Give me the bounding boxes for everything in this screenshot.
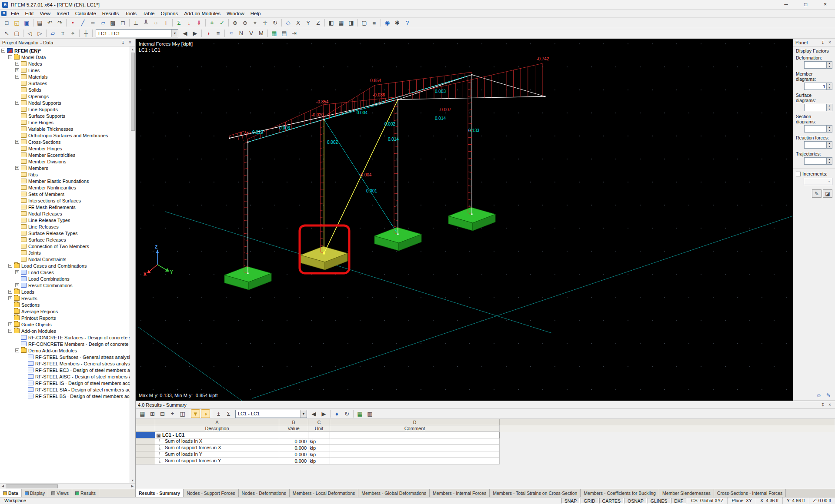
show-results-icon[interactable]: ◑ xyxy=(204,29,213,38)
expand-icon[interactable]: + xyxy=(15,101,19,105)
surface-load-icon[interactable]: ⇓ xyxy=(194,19,204,27)
factor-input-member-diagrams[interactable] xyxy=(804,83,827,90)
tree-item-nodal-constraints[interactable]: Nodal Constraints xyxy=(0,256,130,262)
expand-icon[interactable]: + xyxy=(8,290,12,294)
expand-icon[interactable]: + xyxy=(15,166,19,170)
tree-item-connection-of-two-members[interactable]: Connection of Two Members xyxy=(0,243,130,249)
tree-item-line-releases[interactable]: Line Releases xyxy=(0,223,130,230)
delete-row-icon[interactable]: ⊟ xyxy=(158,409,167,418)
collapse-icon[interactable]: − xyxy=(1,49,5,53)
tree-item-orthotropic-surfaces-and-membranes[interactable]: Orthotropic Surfaces and Membranes xyxy=(0,132,130,139)
calculate-icon[interactable]: ⌗ xyxy=(207,19,217,27)
tree-item-member-divisions[interactable]: Member Divisions xyxy=(0,158,130,165)
tree-item-solids[interactable]: Solids xyxy=(0,86,130,93)
new-load-case-icon[interactable]: Σ xyxy=(174,19,184,27)
tree-item-members[interactable]: +Members xyxy=(0,165,130,171)
spin-up-icon[interactable]: ▲ xyxy=(827,126,832,129)
tree-item-surfaces[interactable]: Surfaces xyxy=(0,80,130,86)
factor-input-deformation[interactable] xyxy=(804,61,827,69)
results-tab-members-local-deformations[interactable]: Members - Local Deformations xyxy=(290,489,359,497)
expand-icon[interactable]: + xyxy=(15,68,19,72)
expand-icon[interactable]: + xyxy=(15,140,19,144)
results-tab-results-summary[interactable]: Results - Summary xyxy=(136,489,184,497)
close-icon[interactable]: × xyxy=(127,40,133,45)
view-in-z-icon[interactable]: Z xyxy=(314,19,323,27)
render-wireframe-icon[interactable]: ▢ xyxy=(360,19,369,27)
tree-item-loads[interactable]: +Loads xyxy=(0,288,130,295)
render-solid-icon[interactable]: ■ xyxy=(370,19,379,27)
result-table-icon[interactable]: ▦ xyxy=(270,29,279,38)
tree-item-materials[interactable]: +Materials xyxy=(0,73,130,80)
results-table-area[interactable]: ABCDDescriptionValueUnitComment⊟LC1 - LC… xyxy=(136,419,835,489)
show-result-values-icon[interactable]: ≡ xyxy=(214,29,223,38)
tree-item-ribs[interactable]: Ribs xyxy=(0,171,130,178)
next-table-icon[interactable]: ▶ xyxy=(319,409,328,418)
select-arrow-icon[interactable]: ↖ xyxy=(2,29,11,38)
shear-force-icon[interactable]: V xyxy=(247,29,256,38)
menu-insert[interactable]: Insert xyxy=(53,10,72,17)
spin-up-icon[interactable]: ▲ xyxy=(827,158,832,161)
reset-display-factors-button[interactable]: ◪ xyxy=(823,189,832,198)
menu-add-on-modules[interactable]: Add-on Modules xyxy=(181,10,224,17)
new-model-icon[interactable]: □ xyxy=(2,19,11,27)
spin-down-icon[interactable]: ▼ xyxy=(827,108,832,111)
zoom-window-icon[interactable]: ⌖ xyxy=(250,19,260,27)
export-csv-icon[interactable]: ▥ xyxy=(365,409,374,418)
collapse-icon[interactable]: − xyxy=(8,329,12,333)
status-toggle-glines[interactable]: GLINES xyxy=(648,498,671,504)
tree-item-openings[interactable]: Openings xyxy=(0,93,130,99)
tree-item-member-hinges[interactable]: Member Hinges xyxy=(0,145,130,152)
edit-comment-icon[interactable]: ✎ xyxy=(825,392,832,399)
tree-item-surface-release-types[interactable]: Surface Release Types xyxy=(0,230,130,236)
results-tab-nodes-support-forces[interactable]: Nodes - Support Forces xyxy=(184,489,238,497)
result-row[interactable]: Sum of loads in X0.000kip xyxy=(136,438,835,445)
redo-icon[interactable]: ↷ xyxy=(55,19,64,27)
tree-item-surface-supports[interactable]: Surface Supports xyxy=(0,113,130,119)
axial-force-icon[interactable]: N xyxy=(237,29,246,38)
result-filter-icon[interactable]: ◑ xyxy=(201,409,210,418)
increments-select[interactable]: ▼ xyxy=(804,178,832,185)
undo-icon[interactable]: ↶ xyxy=(45,19,54,27)
factor-input-section-diagrams[interactable] xyxy=(804,125,827,133)
close-button[interactable]: × xyxy=(815,0,835,10)
tree-item-load-cases-and-combinations[interactable]: −Load Cases and Combinations xyxy=(0,262,130,269)
tree-item-printout-reports[interactable]: Printout Reports xyxy=(0,315,130,321)
spin-up-icon[interactable]: ▲ xyxy=(827,62,832,65)
next-load-case-icon[interactable]: ▶ xyxy=(190,29,200,38)
display-tables-icon[interactable]: ▦ xyxy=(337,19,346,27)
group-row-header[interactable] xyxy=(136,432,155,438)
zoom-in-icon[interactable]: ⊕ xyxy=(230,19,240,27)
tree-item-model-data[interactable]: −Model Data xyxy=(0,54,130,60)
model-canvas[interactable]: XYZ-0.742-0.854-0.020-0.854-0.036-0.742-… xyxy=(136,39,793,401)
menu-help[interactable]: Help xyxy=(247,10,264,17)
isometric-view-icon[interactable]: ◇ xyxy=(284,19,293,27)
new-solid-icon[interactable]: ▩ xyxy=(108,19,117,27)
factor-input-reaction-forces[interactable] xyxy=(804,141,827,149)
tree-item-results[interactable]: +Results xyxy=(0,295,130,302)
spin-down-icon[interactable]: ▼ xyxy=(827,65,832,69)
scroll-right-icon[interactable]: ▶ xyxy=(130,484,135,488)
decimal-places-icon[interactable]: ± xyxy=(214,409,223,418)
tree-item-rf-steel-bs-design-of-steel-members-accordin[interactable]: RF-STEEL BS - Design of steel members ac… xyxy=(0,393,130,399)
line-support-icon[interactable]: ╨ xyxy=(141,19,150,27)
new-opening-icon[interactable]: ◻ xyxy=(118,19,127,27)
previous-table-icon[interactable]: ◀ xyxy=(309,409,318,418)
zoom-out-icon[interactable]: ⊖ xyxy=(240,19,250,27)
member-load-icon[interactable]: ↓ xyxy=(184,19,194,27)
new-line-icon[interactable]: ╱ xyxy=(78,19,87,27)
scroll-up-icon[interactable]: ▲ xyxy=(131,46,134,52)
menu-file[interactable]: File xyxy=(8,10,22,17)
tree-item-rfem-en[interactable]: −RFEM (EN)* xyxy=(0,47,130,54)
results-load-case-selector[interactable]: LC1 - LC1 ▼ xyxy=(235,410,307,418)
select-in-model-icon[interactable]: ⌖ xyxy=(168,409,177,418)
tree-item-add-on-modules[interactable]: −Add-on Modules xyxy=(0,328,130,334)
increments-checkbox[interactable] xyxy=(796,172,801,176)
cross-section-icon[interactable]: I xyxy=(161,19,170,27)
tree-item-rf-concrete-surfaces-design-of-concrete-surface[interactable]: RF-CONCRETE Surfaces - Design of concret… xyxy=(0,334,130,341)
user-icon[interactable]: ☺ xyxy=(815,392,823,399)
close-icon[interactable]: × xyxy=(827,402,833,407)
guidelines-icon[interactable]: ┼ xyxy=(81,29,90,38)
model-viewport[interactable]: Internal Forces M-y [kipft] LC1 : LC1 XY… xyxy=(136,39,793,401)
view-in-x-icon[interactable]: X xyxy=(294,19,303,27)
navigator-tab-display[interactable]: Display xyxy=(22,489,48,497)
